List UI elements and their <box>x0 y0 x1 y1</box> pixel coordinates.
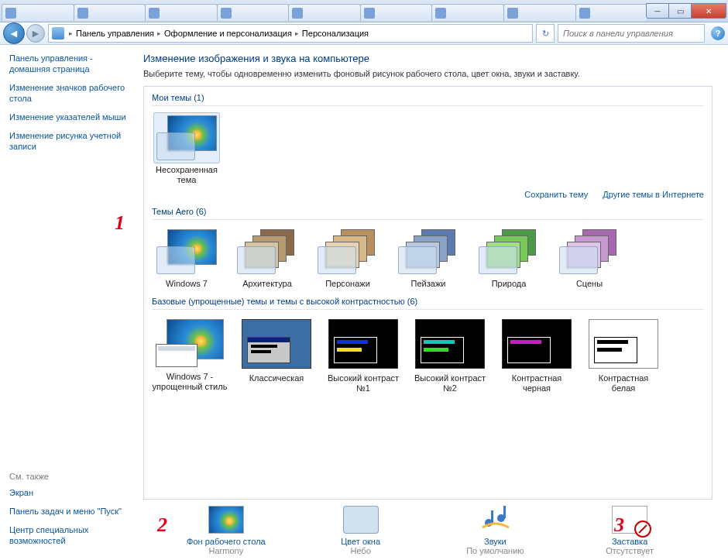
bottom-setting-sounds[interactable]: ЗвукиПо умолчанию <box>433 506 557 555</box>
svg-rect-3 <box>503 506 506 518</box>
aero-themes-header: Темы Aero (6) <box>152 204 704 220</box>
see-also-ease-of-access[interactable]: Центр специальных возможностей <box>9 524 126 546</box>
browser-tab[interactable] <box>217 4 290 21</box>
bottom-setting-background[interactable]: Фон рабочего столаHarmony <box>164 506 288 555</box>
window-glass-icon <box>156 246 195 274</box>
theme-item[interactable]: Несохраненная тема <box>152 112 221 185</box>
favicon-icon <box>149 8 160 19</box>
theme-thumbnail <box>328 319 398 369</box>
browser-tab[interactable] <box>360 4 433 21</box>
saver-icon <box>612 506 647 534</box>
explorer-toolbar: ◄ ► ▸ Панель управления ▸ Оформление и п… <box>0 22 728 45</box>
favicon-icon <box>292 8 303 19</box>
window-glass-icon <box>559 246 598 274</box>
browser-tab[interactable] <box>74 4 146 21</box>
theme-item[interactable]: Архитектура <box>232 226 302 289</box>
window-icon <box>156 344 197 367</box>
bottom-label: Цвет окна <box>341 537 380 546</box>
theme-label: Windows 7 - упрощенный стиль <box>152 372 228 392</box>
window-glass-icon <box>479 246 517 274</box>
bottom-sublabel: Отсутствует <box>606 546 654 555</box>
theme-label: Высокий контраст №2 <box>412 373 488 393</box>
theme-thumbnail <box>242 319 311 369</box>
browser-tab[interactable] <box>431 4 504 21</box>
refresh-button[interactable]: ↻ <box>536 24 555 43</box>
minimize-button[interactable]: ─ <box>646 3 669 19</box>
theme-item[interactable]: Высокий контраст №2 <box>412 316 488 393</box>
bottom-sublabel: Небо <box>350 546 370 555</box>
theme-item[interactable]: Контрастная черная <box>499 316 575 393</box>
breadcrumb-item[interactable]: Персонализация <box>302 29 369 38</box>
theme-item[interactable]: Сцены <box>555 226 624 289</box>
bottom-sublabel: По умолчанию <box>466 546 524 555</box>
theme-label: Пейзажи <box>411 279 446 289</box>
main-content: Изменение изображения и звука на компьют… <box>136 45 728 560</box>
see-also-display[interactable]: Экран <box>9 487 126 498</box>
window-glass-icon <box>318 246 356 274</box>
theme-thumbnail <box>589 319 658 369</box>
browser-titlebar: ─ ▭ ✕ <box>0 0 728 22</box>
theme-item[interactable]: Природа <box>474 226 544 289</box>
theme-thumbnail <box>415 319 485 369</box>
theme-label: Контрастная черная <box>499 373 575 393</box>
browser-tabs <box>2 4 647 21</box>
nav-forward-button[interactable]: ► <box>26 24 45 43</box>
breadcrumb-item[interactable]: Панель управления <box>76 29 154 38</box>
theme-label: Контрастная белая <box>585 373 661 393</box>
bottom-sublabel: Harmony <box>209 546 244 555</box>
bottom-setting-color[interactable]: Цвет окнаНебо <box>299 506 423 555</box>
sidebar-link-mouse-pointers[interactable]: Изменение указателей мыши <box>9 112 126 122</box>
favicon-icon <box>579 8 590 19</box>
theme-label: Несохраненная тема <box>152 165 221 185</box>
theme-item[interactable]: Windows 7 <box>152 226 221 289</box>
window-glass-icon <box>237 246 276 274</box>
theme-item[interactable]: Пейзажи <box>393 226 463 289</box>
bottom-label: Заставка <box>612 537 647 546</box>
theme-label: Windows 7 <box>166 279 208 289</box>
theme-item[interactable]: Персонажи <box>313 226 383 289</box>
favicon-icon <box>507 8 518 19</box>
browser-tab[interactable] <box>575 4 647 21</box>
sidebar-link-home[interactable]: Панель управления - домашняя страница <box>9 53 126 74</box>
theme-item[interactable]: Windows 7 - упрощенный стиль <box>152 316 228 393</box>
sound-icon <box>478 506 512 534</box>
more-themes-link[interactable]: Другие темы в Интернете <box>603 190 704 199</box>
breadcrumb-bar[interactable]: ▸ Панель управления ▸ Оформление и персо… <box>48 24 533 43</box>
favicon-icon <box>364 8 375 19</box>
search-box[interactable] <box>558 24 705 43</box>
sidebar-link-account-picture[interactable]: Изменение рисунка учетной записи <box>9 130 126 152</box>
save-theme-link[interactable]: Сохранить тему <box>524 190 588 199</box>
theme-item[interactable]: Классическая <box>239 316 314 393</box>
browser-tab[interactable] <box>2 4 74 21</box>
window-glass-icon <box>156 132 195 160</box>
see-also-taskbar[interactable]: Панель задач и меню "Пуск" <box>9 506 126 517</box>
window-buttons: ─ ▭ ✕ <box>647 3 726 19</box>
svg-rect-1 <box>491 510 493 523</box>
basic-themes-header: Базовые (упрощенные) темы и темы с высок… <box>152 294 704 310</box>
theme-item[interactable]: Высокий контраст №1 <box>325 316 401 393</box>
sound-icon <box>478 506 512 534</box>
browser-tab[interactable] <box>145 4 218 21</box>
window-glass-icon <box>398 246 437 274</box>
bottom-setting-screensaver[interactable]: ЗаставкаОтсутствует <box>568 506 692 555</box>
maximize-button[interactable]: ▭ <box>668 3 692 19</box>
search-input[interactable] <box>561 28 701 39</box>
see-also-label: См. также <box>9 472 126 481</box>
breadcrumb-item[interactable]: Оформление и персонализация <box>164 29 292 38</box>
theme-item[interactable]: Контрастная белая <box>585 316 661 393</box>
page-description: Выберите тему, чтобы одновременно измени… <box>143 69 713 78</box>
close-button[interactable]: ✕ <box>691 3 726 19</box>
browser-tab[interactable] <box>288 4 361 21</box>
page-title: Изменение изображения и звука на компьют… <box>143 53 713 64</box>
nav-back-button[interactable]: ◄ <box>3 22 25 44</box>
help-button[interactable]: ? <box>711 26 725 40</box>
prohibited-icon <box>634 520 651 538</box>
sidebar-link-desktop-icons[interactable]: Изменение значков рабочего стола <box>9 82 126 104</box>
bottom-label: Фон рабочего стола <box>187 537 266 546</box>
theme-label: Высокий контраст №1 <box>325 373 401 393</box>
favicon-icon <box>5 8 16 19</box>
bottom-label: Звуки <box>484 537 507 546</box>
sidebar: Панель управления - домашняя страница Из… <box>0 45 136 560</box>
location-icon <box>52 27 64 40</box>
browser-tab[interactable] <box>503 4 576 21</box>
